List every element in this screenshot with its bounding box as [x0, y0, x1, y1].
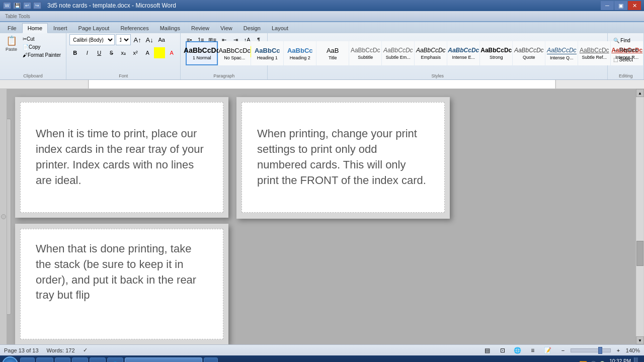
scroll-thumb[interactable] — [636, 241, 643, 266]
underline-button[interactable]: U — [94, 47, 105, 58]
cut-icon: ✂ — [23, 36, 27, 42]
font-color-button[interactable]: A — [166, 47, 177, 58]
card-2-inner: When printing, change your print setting… — [242, 102, 445, 213]
style-subtitle[interactable]: AaBbCcDc Subtitle — [349, 41, 381, 65]
clipboard-group: 📋 Paste ✂ Cut 📄 Copy 🖌 — [0, 33, 66, 79]
superscript-button[interactable]: x² — [130, 47, 141, 58]
tab-review[interactable]: Review — [186, 23, 215, 33]
zoom-out-button[interactable]: − — [557, 345, 569, 356]
spell-check-icon: ✓ — [83, 347, 88, 353]
style-heading1[interactable]: AaBbCc Heading 1 — [251, 41, 283, 65]
select-button[interactable]: ⬚ Select — [611, 55, 640, 64]
taskbar-explorer[interactable]: 📁 — [72, 357, 88, 362]
table-tools-label: Table Tools — [2, 14, 30, 19]
ruler-inner — [88, 80, 556, 88]
copy-icon: 📄 — [23, 44, 29, 50]
tab-mailings[interactable]: Mailings — [154, 23, 186, 33]
format-painter-label: Format Painter — [28, 52, 61, 58]
style-strong[interactable]: AaBbCcDc Strong — [480, 41, 512, 65]
find-icon: 🔍 — [613, 38, 619, 43]
style-intense-q[interactable]: AaBbCcDc Intense Q... — [545, 41, 578, 65]
tab-page-layout[interactable]: Page Layout — [73, 23, 115, 33]
taskbar-chrome[interactable]: 🌐 — [107, 357, 123, 362]
strikethrough-button[interactable]: S̶ — [106, 47, 117, 58]
show-desktop-button[interactable] — [634, 357, 638, 362]
highlight-button[interactable]: A — [154, 47, 165, 58]
taskbar-word[interactable]: W 3d5 note cards - template... — [125, 357, 202, 362]
card-3-outer[interactable]: When that is done printing, take the sta… — [15, 224, 228, 344]
font-group: Calibri (Body) 180 A↑ A↓ Aa B I U S̶ x₂ … — [66, 33, 181, 79]
tab-home[interactable]: Home — [22, 23, 48, 33]
bold-button[interactable]: B — [69, 47, 80, 58]
format-painter-button[interactable]: 🖌 Format Painter — [21, 51, 63, 59]
card-1-inner: When it is time to print, place our inde… — [20, 102, 223, 213]
paragraph-label: Paragraph — [213, 72, 234, 78]
style-subtle-em[interactable]: AaBbCcDc Subtle Em... — [382, 41, 414, 65]
taskbar-firefox[interactable]: 🦊 — [90, 357, 106, 362]
style-no-spacing[interactable]: AaBbCcDc No Spac... — [218, 41, 251, 65]
view-full-screen[interactable]: ⊡ — [497, 345, 508, 356]
replace-button[interactable]: ↔ Replace — [611, 46, 640, 54]
minimize-button[interactable]: ─ — [601, 1, 614, 10]
style-title[interactable]: AaB Title — [316, 41, 349, 65]
find-button[interactable]: 🔍 Find — [611, 36, 640, 45]
quick-undo-icon[interactable]: ↩ — [23, 2, 31, 9]
style-normal[interactable]: AaBbCcDc 1 Normal — [186, 41, 218, 65]
tab-design[interactable]: Design — [238, 23, 266, 33]
scroll-up-button[interactable]: ▲ — [636, 89, 644, 97]
view-draft[interactable]: 📝 — [542, 345, 553, 356]
word-icon: W — [3, 2, 11, 9]
zoom-in-button[interactable]: + — [613, 345, 624, 356]
view-print-layout[interactable]: ▤ — [482, 345, 493, 356]
scroll-down-button[interactable]: ▼ — [636, 336, 644, 344]
clear-format-button[interactable]: Aa — [156, 34, 167, 45]
shrink-font-button[interactable]: A↓ — [144, 34, 155, 45]
quick-save-icon[interactable]: 💾 — [13, 2, 21, 9]
title-text: 3d5 note cards - template.docx - Microso… — [47, 2, 176, 9]
styles-group: AaBbCcDc 1 Normal AaBbCcDc No Spac... Aa… — [268, 33, 608, 79]
italic-button[interactable]: I — [82, 47, 93, 58]
tab-file[interactable]: File — [2, 23, 22, 33]
clipboard-label: Clipboard — [23, 72, 43, 78]
taskbar-lightroom[interactable]: Lr — [55, 357, 70, 362]
close-button[interactable]: ✕ — [628, 1, 641, 10]
ribbon-tab-list: File Home Insert Page Layout References … — [0, 22, 644, 33]
grow-font-button[interactable]: A↑ — [132, 34, 143, 45]
paste-button[interactable]: 📋 Paste — [3, 34, 20, 53]
card-1-text: When it is time to print, place our inde… — [36, 126, 208, 188]
style-quote[interactable]: AaBbCcDc Quote — [513, 41, 545, 65]
restore-button[interactable]: ▣ — [614, 1, 627, 10]
view-web[interactable]: 🌐 — [512, 345, 523, 356]
quick-redo-icon[interactable]: ↪ — [33, 2, 41, 9]
clock[interactable]: 10:32 PM 9/5/2013 — [609, 358, 631, 362]
paste-area: 📋 Paste ✂ Cut 📄 Copy 🖌 — [3, 34, 63, 59]
zoom-slider[interactable] — [571, 348, 611, 352]
font-name-select[interactable]: Calibri (Body) — [69, 34, 115, 45]
copy-button[interactable]: 📄 Copy — [21, 43, 63, 51]
tab-insert[interactable]: Insert — [48, 23, 73, 33]
find-label: Find — [620, 38, 630, 43]
view-outline[interactable]: ≡ — [527, 345, 538, 356]
tab-view[interactable]: View — [215, 23, 238, 33]
subscript-button[interactable]: x₂ — [118, 47, 129, 58]
page-up-handle[interactable] — [1, 214, 6, 219]
tab-layout[interactable]: Layout — [266, 23, 294, 33]
tab-references[interactable]: References — [115, 23, 154, 33]
cut-button[interactable]: ✂ Cut — [21, 35, 63, 43]
style-subtle-ref[interactable]: AaBbCcDc Subtle Ref... — [578, 41, 610, 65]
style-emphasis[interactable]: AaBbCcDc Emphasis — [415, 41, 447, 65]
paste-label: Paste — [6, 47, 17, 52]
taskbar-show-desktop[interactable]: 🖥 — [20, 357, 35, 362]
card-1-outer[interactable]: When it is time to print, place our inde… — [15, 97, 228, 218]
zoom-thumb[interactable] — [598, 347, 602, 354]
card-2-outer[interactable]: When printing, change your print setting… — [236, 97, 450, 219]
start-button[interactable]: ⊞ — [2, 356, 18, 362]
copy-label: Copy — [29, 44, 40, 50]
taskbar-photoshop[interactable]: Ps — [36, 357, 53, 362]
style-intense-e[interactable]: AaBbCcDc Intense E... — [447, 41, 479, 65]
font-size-select[interactable]: 180 — [116, 34, 131, 45]
text-effects-button[interactable]: A — [142, 47, 153, 58]
taskbar-vlc[interactable]: ▶ — [204, 357, 218, 362]
card-2-text: When printing, change your print setting… — [257, 126, 429, 188]
style-heading2[interactable]: AaBbCc Heading 2 — [284, 41, 316, 65]
